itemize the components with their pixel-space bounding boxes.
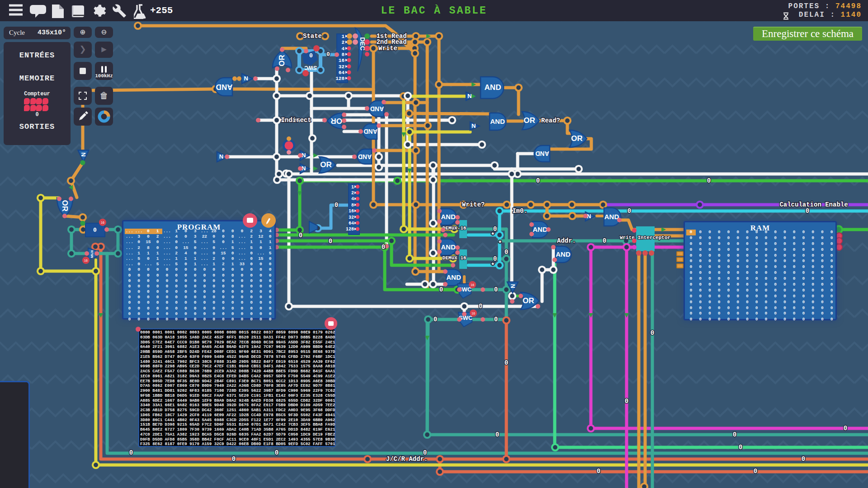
svg-text:0: 0 <box>802 455 805 463</box>
svg-text:4: 4 <box>351 197 354 202</box>
svg-text:AND: AND <box>363 128 377 135</box>
svg-text:Write: Write <box>378 45 397 52</box>
svg-text:AND: AND <box>441 213 456 221</box>
svg-text:0: 0 <box>479 303 482 310</box>
svg-text:0: 0 <box>309 52 313 59</box>
svg-text:AND: AND <box>604 213 619 221</box>
svg-text:N: N <box>509 284 516 288</box>
svg-text:16: 16 <box>471 283 474 286</box>
svg-text:AND: AND <box>556 250 571 258</box>
svg-text:16: 16 <box>339 58 344 63</box>
svg-text:0: 0 <box>493 255 497 263</box>
svg-text:N: N <box>244 75 248 82</box>
svg-text:0: 0 <box>129 449 133 456</box>
svg-text:0: 0 <box>494 316 498 323</box>
svg-text:OR: OR <box>278 55 286 66</box>
svg-text:0: 0 <box>597 468 600 475</box>
svg-text:*: * <box>491 232 495 239</box>
svg-text:16: 16 <box>349 209 354 214</box>
svg-text:0: 0 <box>627 207 631 215</box>
svg-text:OR: OR <box>524 116 535 125</box>
svg-text:0: 0 <box>439 286 443 293</box>
svg-text:DEMUX-16: DEMUX-16 <box>443 225 467 231</box>
svg-text:*: * <box>491 262 495 270</box>
svg-text:0: 0 <box>326 51 330 58</box>
svg-text:1: 1 <box>341 34 344 39</box>
svg-text:AND: AND <box>441 243 456 251</box>
svg-text:Read?: Read? <box>541 117 560 124</box>
svg-text:0: 0 <box>707 177 711 184</box>
svg-text:OR: OR <box>320 160 332 169</box>
svg-text:OR: OR <box>331 117 343 125</box>
svg-text:MUX: MUX <box>90 249 94 258</box>
svg-text:SWC: SWC <box>304 65 317 71</box>
svg-text:AND: AND <box>485 83 501 92</box>
svg-text:OR: OR <box>571 134 583 143</box>
svg-text:4: 4 <box>341 46 344 52</box>
svg-text:AND: AND <box>216 83 233 91</box>
svg-text:OR: OR <box>523 296 534 305</box>
svg-text:0: 0 <box>739 444 742 451</box>
svg-text:0: 0 <box>844 425 847 432</box>
svg-text:1: 1 <box>351 185 354 190</box>
svg-text:0: 0 <box>625 398 628 405</box>
svg-text:Addr.: Addr. <box>557 237 576 244</box>
svg-text:16: 16 <box>84 259 88 262</box>
svg-text:2: 2 <box>341 40 344 45</box>
svg-text:0: 0 <box>505 249 508 256</box>
svg-text:64: 64 <box>339 70 345 75</box>
svg-text:0: 0 <box>495 431 499 438</box>
svg-text:32: 32 <box>339 64 344 70</box>
svg-text:16: 16 <box>101 221 104 224</box>
svg-text:J/C/R Addr.: J/C/R Addr. <box>386 455 428 463</box>
svg-text:AND: AND <box>535 150 549 157</box>
svg-text:AND: AND <box>446 273 461 281</box>
svg-text:0: 0 <box>494 286 498 293</box>
svg-text:128: 128 <box>346 227 354 232</box>
svg-text:16: 16 <box>472 312 475 315</box>
svg-text:0: 0 <box>93 227 97 234</box>
svg-text:0: 0 <box>603 237 606 244</box>
svg-text:N: N <box>219 153 223 160</box>
svg-text:State: State <box>303 33 322 40</box>
svg-text:0: 0 <box>329 238 332 245</box>
svg-text:128: 128 <box>335 76 344 81</box>
svg-text:N: N <box>467 93 472 99</box>
svg-text:0: 0 <box>382 244 385 251</box>
svg-text:0: 0 <box>335 202 338 209</box>
svg-text:Write Interceptor: Write Interceptor <box>620 235 670 240</box>
svg-text:8: 8 <box>351 203 354 208</box>
svg-text:AND: AND <box>370 105 384 113</box>
svg-text:N: N <box>80 152 87 156</box>
svg-text:0: 0 <box>434 316 437 323</box>
svg-text:AND: AND <box>490 117 505 125</box>
svg-text:Indirect: Indirect <box>281 117 311 124</box>
svg-text:2: 2 <box>351 191 354 196</box>
svg-text:Im0.: Im0. <box>512 207 528 215</box>
svg-text:0: 0 <box>275 449 278 456</box>
svg-text:*: * <box>498 240 502 248</box>
svg-text:0: 0 <box>806 207 809 215</box>
svg-text:0: 0 <box>299 232 302 239</box>
svg-text:AND: AND <box>533 225 547 233</box>
svg-text:0: 0 <box>505 359 508 366</box>
svg-text:64: 64 <box>349 221 354 226</box>
svg-text:0: 0 <box>754 468 757 475</box>
svg-text:32: 32 <box>349 215 354 220</box>
svg-text:0: 0 <box>733 431 736 438</box>
svg-text:8: 8 <box>341 52 344 57</box>
svg-text:0: 0 <box>651 329 654 337</box>
svg-text:Calculation Enable: Calculation Enable <box>779 201 848 208</box>
svg-text:0: 0 <box>232 455 236 463</box>
svg-text:N: N <box>472 122 476 129</box>
svg-text:OR: OR <box>61 200 69 211</box>
svg-text:AND: AND <box>358 153 372 160</box>
svg-text:Write?: Write? <box>462 201 485 208</box>
svg-text:DEMUX 16: DEMUX 16 <box>443 255 467 261</box>
svg-text:0: 0 <box>536 177 540 184</box>
